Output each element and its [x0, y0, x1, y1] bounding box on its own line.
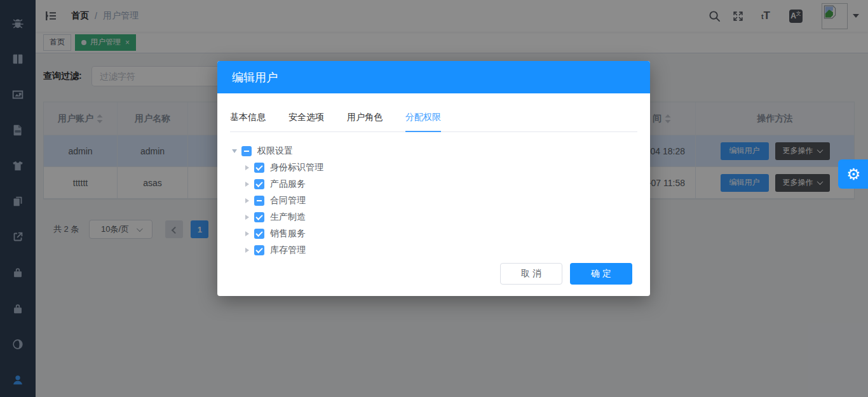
tree-node[interactable]: 合同管理 [230, 192, 637, 209]
checkbox-checked[interactable] [254, 245, 264, 255]
tree-node[interactable]: 产品服务 [230, 176, 637, 192]
tab-basic-info[interactable]: 基本信息 [230, 112, 266, 131]
tree-expand-icon[interactable] [243, 165, 252, 170]
settings-panel-button[interactable]: ⚙ [838, 159, 868, 189]
dialog-tabs: 基本信息 安全选项 用户角色 分配权限 [230, 112, 637, 132]
tree-node[interactable]: 库存管理 [230, 242, 637, 259]
tree-node[interactable]: 生产制造 [230, 209, 637, 225]
dialog-header: 编辑用户 [217, 61, 650, 93]
tab-security-options[interactable]: 安全选项 [288, 112, 324, 131]
dialog-footer: 取 消 确 定 [500, 263, 632, 285]
checkbox-checked[interactable] [254, 163, 264, 173]
checkbox-checked[interactable] [254, 179, 264, 189]
tree-expand-icon[interactable] [230, 149, 239, 153]
checkbox-checked[interactable] [254, 229, 264, 239]
tab-assign-permissions[interactable]: 分配权限 [405, 112, 441, 131]
dialog-title: 编辑用户 [232, 70, 278, 85]
tree-expand-icon[interactable] [243, 248, 252, 253]
cancel-button[interactable]: 取 消 [500, 263, 562, 285]
edit-user-dialog: 编辑用户 基本信息 安全选项 用户角色 分配权限 权限设置 身份标识管理 产品服… [217, 61, 650, 296]
permission-tree: 权限设置 身份标识管理 产品服务 合同管理 生产制造 [230, 143, 637, 259]
tree-expand-icon[interactable] [243, 215, 252, 220]
checkbox-indeterminate[interactable] [254, 196, 264, 206]
tab-user-roles[interactable]: 用户角色 [347, 112, 383, 131]
tree-expand-icon[interactable] [243, 198, 252, 203]
checkbox-indeterminate[interactable] [241, 146, 252, 156]
tree-expand-icon[interactable] [243, 231, 252, 236]
checkbox-checked[interactable] [254, 212, 264, 222]
tree-expand-icon[interactable] [243, 182, 252, 187]
gear-icon: ⚙ [846, 166, 860, 182]
tree-node[interactable]: 销售服务 [230, 225, 637, 242]
tree-node-root[interactable]: 权限设置 [230, 143, 637, 159]
tree-node[interactable]: 身份标识管理 [230, 159, 637, 176]
confirm-button[interactable]: 确 定 [570, 263, 632, 285]
